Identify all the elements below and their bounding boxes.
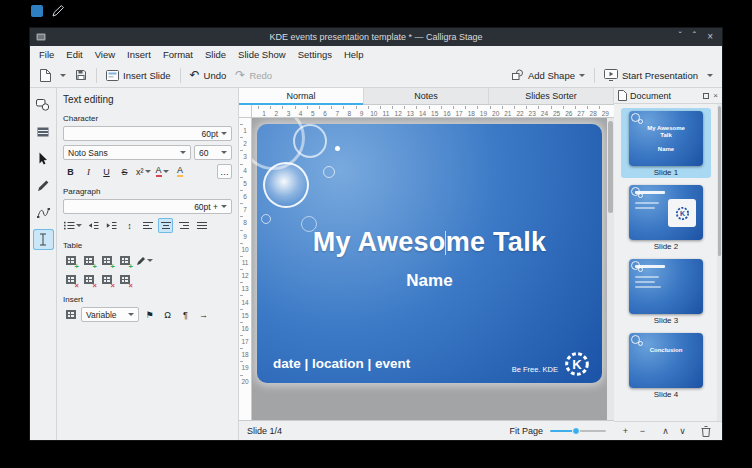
insert-row-above-button[interactable]: + bbox=[63, 253, 78, 268]
maximize-button[interactable]: ˆ bbox=[693, 32, 696, 42]
scrollbar-thumb[interactable] bbox=[718, 106, 721, 256]
insert-slide-button[interactable]: Insert Slide bbox=[102, 65, 175, 85]
move-slide-up-button[interactable]: ∧ bbox=[658, 424, 673, 438]
start-presentation-button[interactable]: Start Presentation bbox=[600, 65, 702, 85]
superscript-button[interactable]: x² bbox=[135, 164, 152, 179]
special-character-button[interactable]: Ω bbox=[160, 307, 175, 322]
calligraphy-tool[interactable] bbox=[33, 175, 54, 196]
tab-notes[interactable]: Notes bbox=[364, 88, 489, 104]
align-justify-button[interactable] bbox=[194, 218, 209, 233]
delete-column-button[interactable]: × bbox=[81, 272, 96, 287]
ruler-tick: 11 bbox=[239, 256, 251, 269]
insert-row-below-button[interactable]: + bbox=[81, 253, 96, 268]
slide-thumbnail-2[interactable]: KSlide 2 bbox=[621, 182, 711, 252]
menu-item-settings[interactable]: Settings bbox=[292, 48, 338, 61]
split-cells-button[interactable]: × bbox=[117, 272, 132, 287]
character-style-combo[interactable]: 60pt bbox=[63, 126, 232, 141]
menu-item-help[interactable]: Help bbox=[338, 48, 370, 61]
canvas-vertical-scrollbar[interactable] bbox=[607, 118, 614, 420]
slide-thumbnail-3[interactable]: Slide 3 bbox=[621, 256, 711, 326]
add-slide-button[interactable]: + bbox=[618, 424, 633, 438]
menu-item-edit[interactable]: Edit bbox=[60, 48, 88, 61]
tab-normal[interactable]: Normal bbox=[239, 88, 364, 104]
align-center-button[interactable] bbox=[158, 218, 173, 233]
move-slide-down-button[interactable]: ∨ bbox=[675, 424, 690, 438]
ruler-tick: 1 bbox=[239, 124, 251, 137]
document-docker-header[interactable]: Document × bbox=[614, 88, 722, 104]
bubble-decoration bbox=[263, 162, 309, 208]
zoom-slider-handle[interactable] bbox=[572, 427, 580, 435]
slide[interactable]: My Awesome Talk Name date | location | e… bbox=[257, 124, 602, 383]
menu-item-slide-show[interactable]: Slide Show bbox=[232, 48, 292, 61]
add-shape-label: Add Shape bbox=[528, 70, 575, 81]
open-recent-dropdown[interactable] bbox=[56, 65, 70, 85]
float-docker-icon[interactable] bbox=[703, 93, 709, 99]
zoom-slider[interactable] bbox=[550, 426, 606, 436]
thumbnails-scrollbar[interactable] bbox=[717, 104, 722, 421]
undo-button[interactable]: ↶ Undo bbox=[186, 65, 231, 85]
save-button[interactable] bbox=[71, 65, 91, 85]
font-color-button[interactable]: A bbox=[155, 164, 170, 179]
new-document-button[interactable] bbox=[35, 65, 55, 85]
menu-item-view[interactable]: View bbox=[89, 48, 121, 61]
menu-item-slide[interactable]: Slide bbox=[199, 48, 232, 61]
slide-thumbnail-4[interactable]: ConclusionSlide 4 bbox=[621, 330, 711, 400]
character-more-options-button[interactable]: … bbox=[217, 164, 232, 179]
stencil-box-tool[interactable] bbox=[33, 121, 54, 142]
increase-indent-button[interactable] bbox=[104, 218, 119, 233]
zoom-mode-button[interactable]: Fit Page bbox=[509, 426, 543, 436]
minimize-button[interactable]: ˇ bbox=[678, 32, 681, 42]
insert-field-button[interactable] bbox=[63, 307, 78, 322]
desktop-pen-icon[interactable] bbox=[52, 5, 64, 17]
menu-item-format[interactable]: Format bbox=[157, 48, 199, 61]
bold-button[interactable]: B bbox=[63, 164, 78, 179]
path-tool[interactable] bbox=[33, 202, 54, 223]
add-shape-button[interactable]: Add Shape bbox=[507, 65, 589, 85]
insert-break-button[interactable]: → bbox=[196, 307, 211, 322]
align-justify-icon bbox=[197, 221, 207, 230]
remove-slide-button[interactable]: − bbox=[635, 424, 650, 438]
align-right-button[interactable] bbox=[176, 218, 191, 233]
close-button[interactable]: × bbox=[707, 32, 713, 42]
slide-subtitle-textframe[interactable]: Name bbox=[257, 271, 602, 291]
italic-button[interactable]: I bbox=[81, 164, 96, 179]
decrease-indent-button[interactable] bbox=[86, 218, 101, 233]
delete-row-button[interactable]: × bbox=[63, 272, 78, 287]
tab-slides-sorter[interactable]: Slides Sorter bbox=[489, 88, 614, 104]
line-spacing-button[interactable]: ↕ bbox=[122, 218, 137, 233]
redo-button[interactable]: ↷ Redo bbox=[231, 65, 276, 85]
slide-thumbnail-1[interactable]: My Awesome TalkNameSlide 1 bbox=[621, 108, 711, 178]
titlebar[interactable]: KDE events presentation template * — Cal… bbox=[30, 28, 722, 46]
font-family-combo[interactable]: Noto Sans bbox=[63, 145, 191, 160]
strikethrough-button[interactable]: S bbox=[117, 164, 132, 179]
basic-shapes-tool[interactable] bbox=[33, 94, 54, 115]
toolbar-overflow-button[interactable] bbox=[703, 65, 717, 85]
menu-item-file[interactable]: File bbox=[33, 48, 60, 61]
slide-title-textframe[interactable]: My Awesome Talk bbox=[257, 227, 602, 258]
paragraph-mark-button[interactable]: ¶ bbox=[178, 307, 193, 322]
delete-slide-button[interactable] bbox=[698, 424, 713, 438]
menu-item-insert[interactable]: Insert bbox=[121, 48, 157, 61]
paragraph-size-combo[interactable]: 60pt + bbox=[63, 199, 232, 214]
desktop-app-icon[interactable] bbox=[31, 5, 43, 17]
underline-button[interactable]: U bbox=[99, 164, 114, 179]
scrollbar-thumb[interactable] bbox=[608, 121, 613, 213]
slide-canvas[interactable]: My Awesome Talk Name date | location | e… bbox=[252, 118, 614, 420]
font-size-combo[interactable]: 60 bbox=[194, 145, 232, 160]
text-tool[interactable] bbox=[33, 229, 54, 250]
slide-indicator: Slide 1/4 bbox=[247, 426, 282, 436]
highlight-color-button[interactable]: A bbox=[173, 164, 188, 179]
slide-thumbnail-label: Slide 4 bbox=[654, 390, 678, 399]
table-border-style-button[interactable] bbox=[135, 253, 154, 268]
align-left-button[interactable] bbox=[140, 218, 155, 233]
list-style-button[interactable] bbox=[63, 218, 83, 233]
selection-tool[interactable] bbox=[33, 148, 54, 169]
insert-bookmark-button[interactable]: ⚑ bbox=[142, 307, 157, 322]
more-icon: … bbox=[220, 167, 229, 177]
insert-column-right-button[interactable]: + bbox=[117, 253, 132, 268]
merge-cells-button[interactable]: × bbox=[99, 272, 114, 287]
slide-footer-textframe[interactable]: date | location | event bbox=[273, 356, 410, 371]
close-docker-icon[interactable]: × bbox=[713, 92, 718, 100]
insert-column-left-button[interactable]: + bbox=[99, 253, 114, 268]
variable-combo[interactable]: Variable bbox=[81, 307, 139, 322]
